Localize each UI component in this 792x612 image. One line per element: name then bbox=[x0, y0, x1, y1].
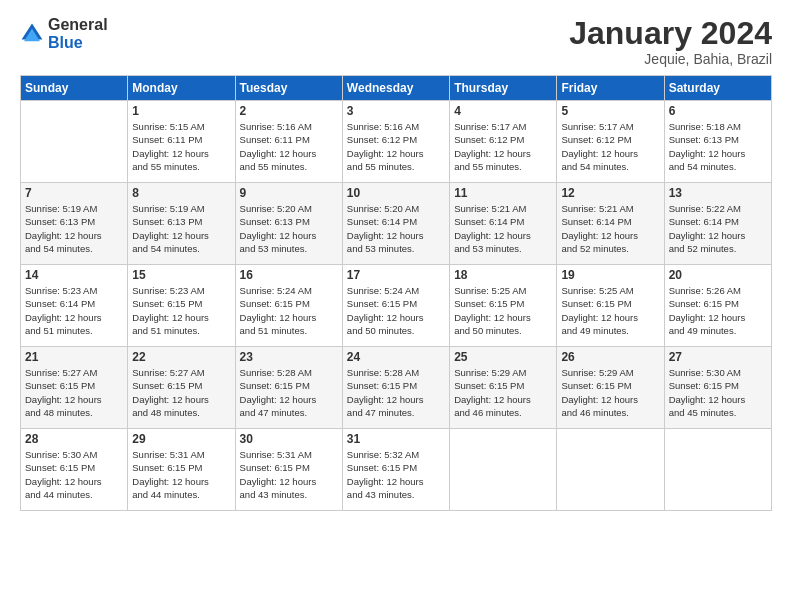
day-info: Sunrise: 5:31 AM Sunset: 6:15 PM Dayligh… bbox=[240, 448, 338, 501]
day-info: Sunrise: 5:24 AM Sunset: 6:15 PM Dayligh… bbox=[347, 284, 445, 337]
day-info: Sunrise: 5:27 AM Sunset: 6:15 PM Dayligh… bbox=[132, 366, 230, 419]
calendar-cell: 18Sunrise: 5:25 AM Sunset: 6:15 PM Dayli… bbox=[450, 265, 557, 347]
calendar-cell: 19Sunrise: 5:25 AM Sunset: 6:15 PM Dayli… bbox=[557, 265, 664, 347]
day-number: 21 bbox=[25, 350, 123, 364]
day-info: Sunrise: 5:27 AM Sunset: 6:15 PM Dayligh… bbox=[25, 366, 123, 419]
logo-icon bbox=[20, 22, 44, 46]
day-number: 15 bbox=[132, 268, 230, 282]
col-thursday: Thursday bbox=[450, 76, 557, 101]
day-info: Sunrise: 5:22 AM Sunset: 6:14 PM Dayligh… bbox=[669, 202, 767, 255]
calendar-table: Sunday Monday Tuesday Wednesday Thursday… bbox=[20, 75, 772, 511]
calendar-week-2: 7Sunrise: 5:19 AM Sunset: 6:13 PM Daylig… bbox=[21, 183, 772, 265]
title-block: January 2024 Jequie, Bahia, Brazil bbox=[569, 16, 772, 67]
col-tuesday: Tuesday bbox=[235, 76, 342, 101]
calendar-cell: 24Sunrise: 5:28 AM Sunset: 6:15 PM Dayli… bbox=[342, 347, 449, 429]
day-number: 10 bbox=[347, 186, 445, 200]
day-number: 14 bbox=[25, 268, 123, 282]
calendar-cell: 15Sunrise: 5:23 AM Sunset: 6:15 PM Dayli… bbox=[128, 265, 235, 347]
day-number: 29 bbox=[132, 432, 230, 446]
col-saturday: Saturday bbox=[664, 76, 771, 101]
day-info: Sunrise: 5:21 AM Sunset: 6:14 PM Dayligh… bbox=[561, 202, 659, 255]
calendar-cell bbox=[450, 429, 557, 511]
day-info: Sunrise: 5:20 AM Sunset: 6:14 PM Dayligh… bbox=[347, 202, 445, 255]
calendar-cell: 30Sunrise: 5:31 AM Sunset: 6:15 PM Dayli… bbox=[235, 429, 342, 511]
day-number: 7 bbox=[25, 186, 123, 200]
day-number: 18 bbox=[454, 268, 552, 282]
day-info: Sunrise: 5:17 AM Sunset: 6:12 PM Dayligh… bbox=[454, 120, 552, 173]
day-number: 9 bbox=[240, 186, 338, 200]
day-number: 19 bbox=[561, 268, 659, 282]
calendar-cell: 27Sunrise: 5:30 AM Sunset: 6:15 PM Dayli… bbox=[664, 347, 771, 429]
day-number: 22 bbox=[132, 350, 230, 364]
calendar-cell bbox=[21, 101, 128, 183]
day-number: 5 bbox=[561, 104, 659, 118]
day-number: 16 bbox=[240, 268, 338, 282]
calendar-cell: 9Sunrise: 5:20 AM Sunset: 6:13 PM Daylig… bbox=[235, 183, 342, 265]
calendar-week-1: 1Sunrise: 5:15 AM Sunset: 6:11 PM Daylig… bbox=[21, 101, 772, 183]
calendar-cell: 31Sunrise: 5:32 AM Sunset: 6:15 PM Dayli… bbox=[342, 429, 449, 511]
calendar-cell: 8Sunrise: 5:19 AM Sunset: 6:13 PM Daylig… bbox=[128, 183, 235, 265]
day-number: 3 bbox=[347, 104, 445, 118]
day-info: Sunrise: 5:20 AM Sunset: 6:13 PM Dayligh… bbox=[240, 202, 338, 255]
day-info: Sunrise: 5:19 AM Sunset: 6:13 PM Dayligh… bbox=[132, 202, 230, 255]
day-info: Sunrise: 5:32 AM Sunset: 6:15 PM Dayligh… bbox=[347, 448, 445, 501]
day-info: Sunrise: 5:18 AM Sunset: 6:13 PM Dayligh… bbox=[669, 120, 767, 173]
day-info: Sunrise: 5:30 AM Sunset: 6:15 PM Dayligh… bbox=[25, 448, 123, 501]
calendar-cell: 28Sunrise: 5:30 AM Sunset: 6:15 PM Dayli… bbox=[21, 429, 128, 511]
calendar-cell: 1Sunrise: 5:15 AM Sunset: 6:11 PM Daylig… bbox=[128, 101, 235, 183]
calendar-cell: 26Sunrise: 5:29 AM Sunset: 6:15 PM Dayli… bbox=[557, 347, 664, 429]
header-row: Sunday Monday Tuesday Wednesday Thursday… bbox=[21, 76, 772, 101]
col-sunday: Sunday bbox=[21, 76, 128, 101]
calendar-cell: 22Sunrise: 5:27 AM Sunset: 6:15 PM Dayli… bbox=[128, 347, 235, 429]
calendar-cell: 21Sunrise: 5:27 AM Sunset: 6:15 PM Dayli… bbox=[21, 347, 128, 429]
day-info: Sunrise: 5:26 AM Sunset: 6:15 PM Dayligh… bbox=[669, 284, 767, 337]
calendar-cell: 29Sunrise: 5:31 AM Sunset: 6:15 PM Dayli… bbox=[128, 429, 235, 511]
calendar-week-5: 28Sunrise: 5:30 AM Sunset: 6:15 PM Dayli… bbox=[21, 429, 772, 511]
day-number: 4 bbox=[454, 104, 552, 118]
calendar-cell: 11Sunrise: 5:21 AM Sunset: 6:14 PM Dayli… bbox=[450, 183, 557, 265]
day-info: Sunrise: 5:29 AM Sunset: 6:15 PM Dayligh… bbox=[561, 366, 659, 419]
calendar-cell: 23Sunrise: 5:28 AM Sunset: 6:15 PM Dayli… bbox=[235, 347, 342, 429]
col-monday: Monday bbox=[128, 76, 235, 101]
col-friday: Friday bbox=[557, 76, 664, 101]
calendar-cell: 17Sunrise: 5:24 AM Sunset: 6:15 PM Dayli… bbox=[342, 265, 449, 347]
day-info: Sunrise: 5:19 AM Sunset: 6:13 PM Dayligh… bbox=[25, 202, 123, 255]
day-info: Sunrise: 5:24 AM Sunset: 6:15 PM Dayligh… bbox=[240, 284, 338, 337]
logo: General Blue bbox=[20, 16, 108, 52]
calendar-cell: 12Sunrise: 5:21 AM Sunset: 6:14 PM Dayli… bbox=[557, 183, 664, 265]
day-info: Sunrise: 5:28 AM Sunset: 6:15 PM Dayligh… bbox=[240, 366, 338, 419]
calendar-cell: 25Sunrise: 5:29 AM Sunset: 6:15 PM Dayli… bbox=[450, 347, 557, 429]
day-info: Sunrise: 5:29 AM Sunset: 6:15 PM Dayligh… bbox=[454, 366, 552, 419]
calendar-cell: 14Sunrise: 5:23 AM Sunset: 6:14 PM Dayli… bbox=[21, 265, 128, 347]
day-number: 17 bbox=[347, 268, 445, 282]
day-number: 24 bbox=[347, 350, 445, 364]
day-info: Sunrise: 5:31 AM Sunset: 6:15 PM Dayligh… bbox=[132, 448, 230, 501]
day-number: 6 bbox=[669, 104, 767, 118]
calendar-cell: 2Sunrise: 5:16 AM Sunset: 6:11 PM Daylig… bbox=[235, 101, 342, 183]
day-number: 31 bbox=[347, 432, 445, 446]
calendar-week-4: 21Sunrise: 5:27 AM Sunset: 6:15 PM Dayli… bbox=[21, 347, 772, 429]
day-number: 12 bbox=[561, 186, 659, 200]
day-number: 27 bbox=[669, 350, 767, 364]
calendar-cell: 5Sunrise: 5:17 AM Sunset: 6:12 PM Daylig… bbox=[557, 101, 664, 183]
day-number: 25 bbox=[454, 350, 552, 364]
calendar-cell: 13Sunrise: 5:22 AM Sunset: 6:14 PM Dayli… bbox=[664, 183, 771, 265]
day-number: 28 bbox=[25, 432, 123, 446]
page: General Blue January 2024 Jequie, Bahia,… bbox=[0, 0, 792, 612]
calendar-week-3: 14Sunrise: 5:23 AM Sunset: 6:14 PM Dayli… bbox=[21, 265, 772, 347]
day-info: Sunrise: 5:15 AM Sunset: 6:11 PM Dayligh… bbox=[132, 120, 230, 173]
day-info: Sunrise: 5:25 AM Sunset: 6:15 PM Dayligh… bbox=[561, 284, 659, 337]
calendar-cell bbox=[557, 429, 664, 511]
header: General Blue January 2024 Jequie, Bahia,… bbox=[20, 16, 772, 67]
day-info: Sunrise: 5:23 AM Sunset: 6:14 PM Dayligh… bbox=[25, 284, 123, 337]
calendar-cell: 4Sunrise: 5:17 AM Sunset: 6:12 PM Daylig… bbox=[450, 101, 557, 183]
day-number: 11 bbox=[454, 186, 552, 200]
calendar-body: 1Sunrise: 5:15 AM Sunset: 6:11 PM Daylig… bbox=[21, 101, 772, 511]
day-info: Sunrise: 5:16 AM Sunset: 6:12 PM Dayligh… bbox=[347, 120, 445, 173]
calendar-cell: 10Sunrise: 5:20 AM Sunset: 6:14 PM Dayli… bbox=[342, 183, 449, 265]
calendar-cell: 20Sunrise: 5:26 AM Sunset: 6:15 PM Dayli… bbox=[664, 265, 771, 347]
day-number: 1 bbox=[132, 104, 230, 118]
calendar-cell: 6Sunrise: 5:18 AM Sunset: 6:13 PM Daylig… bbox=[664, 101, 771, 183]
day-number: 2 bbox=[240, 104, 338, 118]
col-wednesday: Wednesday bbox=[342, 76, 449, 101]
